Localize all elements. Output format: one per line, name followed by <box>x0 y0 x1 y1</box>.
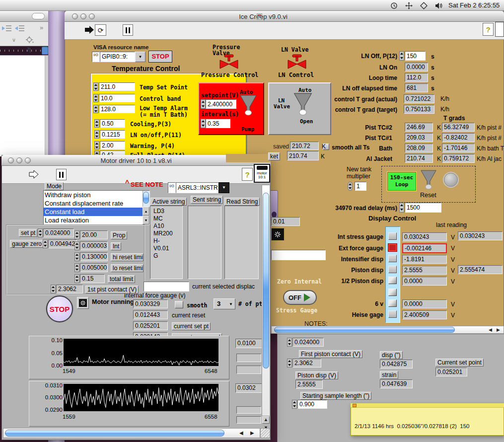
menubar-background <box>0 0 504 11</box>
jacket-saved-field: 210.74 <box>287 151 319 160</box>
jacket-saved-unit: K <box>321 153 325 160</box>
volume-icon[interactable] <box>435 2 443 9</box>
menubar: Sat Feb 2 6:25:55 <box>0 0 504 11</box>
saved-field: 210.72 <box>290 142 319 150</box>
universal-access-icon[interactable] <box>405 2 413 9</box>
shape-icon[interactable] <box>420 2 428 9</box>
screen: » ∨ 7| Ice Creep v9.0.vi ⟳ ? VISA resour… <box>0 0 504 442</box>
saved-unit: K <box>322 143 326 150</box>
tan-patch <box>226 154 271 162</box>
menubar-clock[interactable]: Sat Feb 2 6:25:55 <box>448 1 500 9</box>
time-machine-icon[interactable] <box>390 2 398 9</box>
saved-temps-fragment: saved 210.72 K ket 210.74 K <box>0 0 504 442</box>
saved-label: saved <box>273 143 289 150</box>
jacket-saved-label: ket <box>268 152 280 160</box>
